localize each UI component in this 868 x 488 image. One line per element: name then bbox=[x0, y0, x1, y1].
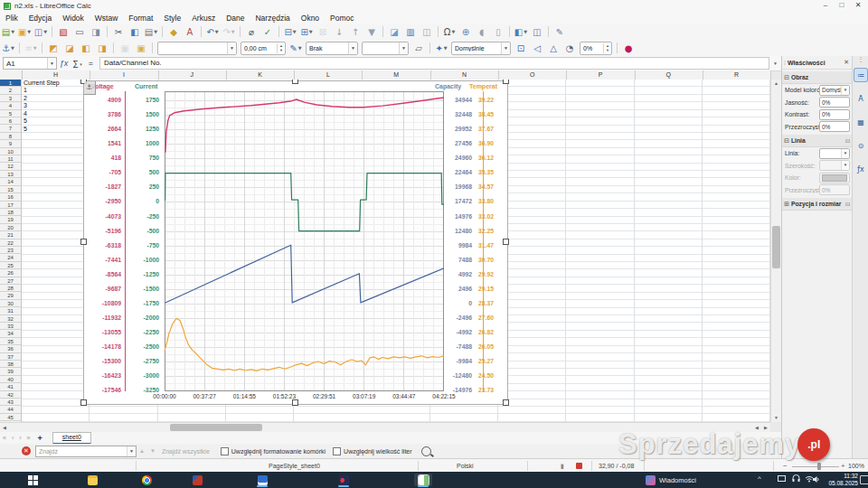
file-explorer[interactable] bbox=[83, 474, 101, 486]
row-headers[interactable]: 1234567891011121314151617181920212223242… bbox=[0, 80, 22, 422]
chevron-down-icon[interactable]: ▼ bbox=[841, 149, 849, 158]
mail-app[interactable] bbox=[188, 474, 206, 486]
cell-H7[interactable]: 5 bbox=[24, 126, 27, 133]
maximize-button[interactable]: □ bbox=[834, 0, 850, 11]
row-header-2[interactable]: 2 bbox=[0, 87, 21, 94]
formula-input[interactable]: Data/Channel No. bbox=[99, 57, 769, 70]
chevron-down-icon[interactable]: ▼ bbox=[154, 29, 157, 34]
save-icon[interactable]: ◫▼ bbox=[33, 25, 48, 39]
document-modified-icon[interactable] bbox=[576, 463, 582, 469]
section-header-obraz[interactable]: ⊟Obraz bbox=[782, 71, 853, 84]
sidebar-tab-gallery[interactable]: ▦ bbox=[854, 116, 867, 128]
row-header-12[interactable]: 12 bbox=[0, 163, 21, 170]
selection-handle[interactable] bbox=[80, 399, 87, 406]
menu-dane[interactable]: Dane bbox=[221, 14, 250, 23]
show-draw-functions-icon[interactable]: ✎ bbox=[552, 25, 567, 39]
row-header-5[interactable]: 5 bbox=[0, 110, 21, 117]
chevron-down-icon[interactable]: ▼ bbox=[33, 45, 37, 51]
zoom-out-icon[interactable]: − bbox=[783, 462, 788, 470]
column-header-Q[interactable]: Q bbox=[635, 70, 703, 80]
anchor-icon[interactable]: ⚓▼ bbox=[1, 42, 15, 55]
column-header-H[interactable]: H bbox=[22, 70, 90, 80]
start-button[interactable] bbox=[24, 474, 42, 486]
page-style-status[interactable]: PageStyle_sheet0 bbox=[269, 463, 320, 469]
fill-color-select[interactable]: ▼ bbox=[362, 42, 409, 55]
chevron-down-icon[interactable]: ▼ bbox=[298, 45, 302, 51]
row-header-14[interactable]: 14 bbox=[0, 178, 21, 185]
sidebar-settings-icon[interactable]: ⋮ bbox=[853, 56, 868, 63]
headers-and-footers-icon[interactable]: ▯ bbox=[491, 25, 505, 39]
menu-wstaw[interactable]: Wstaw bbox=[90, 14, 124, 23]
open-folder-icon[interactable]: ▣▼ bbox=[17, 25, 32, 39]
save-tool-app[interactable] bbox=[253, 474, 271, 486]
tray-window-icon[interactable] bbox=[778, 474, 786, 484]
insert-chart-icon[interactable]: ▥ bbox=[403, 25, 418, 39]
next-sheet-icon[interactable]: › bbox=[16, 435, 24, 441]
shadow-toggle-icon[interactable]: ▱ bbox=[411, 42, 426, 55]
vertical-scrollbar-thumb[interactable] bbox=[772, 226, 780, 268]
spelling-icon[interactable]: ✓ bbox=[260, 25, 275, 39]
line-width-input[interactable]: 0,00 cm▲▼ bbox=[241, 42, 286, 55]
taskbar-clock[interactable]: 11:32 05.08.2025 bbox=[818, 473, 858, 487]
row-header-25[interactable]: 25 bbox=[0, 262, 21, 269]
menu-arkusz[interactable]: Arkusz bbox=[186, 14, 221, 23]
sidebar-tab-functions[interactable]: ƒx bbox=[854, 163, 867, 175]
expander-icon[interactable]: ⊟ bbox=[782, 74, 791, 81]
chevron-down-icon[interactable]: ▼ bbox=[215, 29, 219, 34]
menu-edycja[interactable]: Edycja bbox=[24, 14, 58, 23]
section-header-linia[interactable]: ⊟Linia⊡ bbox=[782, 135, 853, 147]
row-header-24[interactable]: 24 bbox=[0, 254, 21, 261]
autofilter-icon[interactable]: ▼ bbox=[364, 25, 379, 39]
row-header-7[interactable]: 7 bbox=[0, 125, 21, 132]
zoom-slider-track[interactable] bbox=[792, 466, 839, 467]
Jasno-control[interactable]: 0% bbox=[819, 97, 850, 108]
chevron-down-icon[interactable]: ▼ bbox=[293, 29, 297, 34]
selection-handle[interactable] bbox=[503, 239, 509, 245]
find-all-button[interactable]: Znajdź wszystkie bbox=[158, 448, 213, 455]
menu-widok[interactable]: Widok bbox=[57, 14, 90, 23]
insert-mode-icon[interactable]: ▮ bbox=[561, 463, 564, 470]
cell-H5[interactable]: 4 bbox=[24, 110, 27, 117]
sheet-tab-sheet0[interactable]: sheet0 bbox=[52, 432, 91, 445]
row-header-39[interactable]: 39 bbox=[0, 368, 21, 375]
zoom-in-icon[interactable]: + bbox=[841, 462, 845, 470]
line-style-select[interactable]: ▼ bbox=[157, 42, 237, 55]
selection-handle[interactable] bbox=[292, 399, 298, 406]
chevron-down-icon[interactable]: ▼ bbox=[127, 446, 136, 456]
row-header-31[interactable]: 31 bbox=[0, 307, 21, 314]
sum-icon[interactable]: ∑ ▾ bbox=[71, 59, 84, 68]
spreadsheet-grid[interactable]: 1234567891011121314151617181920212223242… bbox=[0, 80, 770, 422]
cell-H6[interactable]: 5 bbox=[24, 117, 27, 125]
flip-horizontally-icon[interactable]: ◁ bbox=[530, 42, 544, 55]
column-header-N[interactable]: N bbox=[430, 70, 499, 80]
insert-special-character-icon[interactable]: Ω▼ bbox=[442, 25, 457, 39]
close-find-bar-icon[interactable]: ✕ bbox=[22, 446, 31, 455]
chevron-down-icon[interactable]: ▼ bbox=[309, 29, 313, 34]
bring-forward-icon[interactable]: ◪ bbox=[62, 42, 77, 55]
insert-row-icon[interactable]: ⊟▼ bbox=[283, 25, 297, 39]
first-sheet-icon[interactable]: « bbox=[0, 435, 9, 441]
row-header-42[interactable]: 42 bbox=[0, 391, 21, 399]
match-formatting-checkbox[interactable] bbox=[221, 447, 229, 455]
clear-formatting-icon[interactable]: A bbox=[183, 25, 197, 39]
row-header-21[interactable]: 21 bbox=[0, 231, 21, 239]
row-header-43[interactable]: 43 bbox=[0, 399, 21, 406]
paste-icon[interactable]: ▤▼ bbox=[144, 25, 158, 39]
menu-format[interactable]: Format bbox=[123, 14, 158, 23]
row-header-36[interactable]: 36 bbox=[0, 345, 21, 352]
row-header-22[interactable]: 22 bbox=[0, 239, 21, 247]
column-header-P[interactable]: P bbox=[566, 70, 635, 80]
language-status[interactable]: Polski bbox=[457, 463, 474, 469]
section-header-pozycja-i-rozmiar[interactable]: ⊞Pozycja i rozmiar⊡ bbox=[782, 198, 853, 211]
widgets-button[interactable]: Wiadomości bbox=[646, 472, 696, 488]
find-and-replace-icon[interactable]: ⌀ bbox=[244, 25, 259, 39]
row-header-30[interactable]: 30 bbox=[0, 300, 21, 307]
image-filter-icon[interactable]: ✦▼ bbox=[434, 42, 448, 55]
selection-handle[interactable] bbox=[80, 239, 87, 245]
column-header-L[interactable]: L bbox=[294, 70, 363, 80]
color-wheel-icon[interactable]: ● bbox=[621, 42, 636, 55]
line-color-icon[interactable]: ✎▼ bbox=[288, 42, 303, 55]
column-header-O[interactable]: O bbox=[498, 70, 567, 80]
chevron-down-icon[interactable]: ▼ bbox=[47, 58, 56, 69]
cell-H3[interactable]: 2 bbox=[24, 95, 27, 102]
